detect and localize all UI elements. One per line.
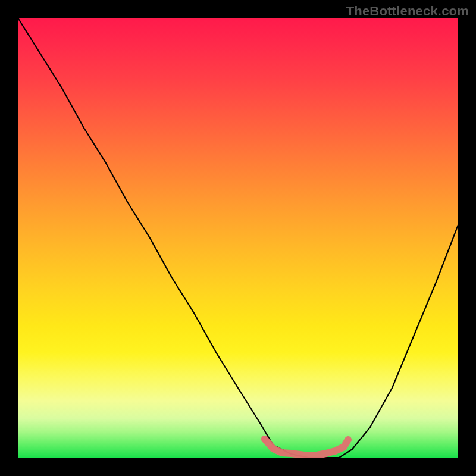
- curve-layer: [18, 18, 458, 458]
- plot-area: [18, 18, 458, 458]
- sweet-spot-dot-left-2: [270, 445, 276, 451]
- watermark-text: TheBottleneck.com: [346, 4, 469, 19]
- sweet-spot-dot-left: [261, 436, 268, 443]
- chart-stage: TheBottleneck.com: [0, 0, 476, 476]
- bottleneck-curve: [18, 18, 458, 458]
- sweet-spot-marker: [265, 439, 348, 455]
